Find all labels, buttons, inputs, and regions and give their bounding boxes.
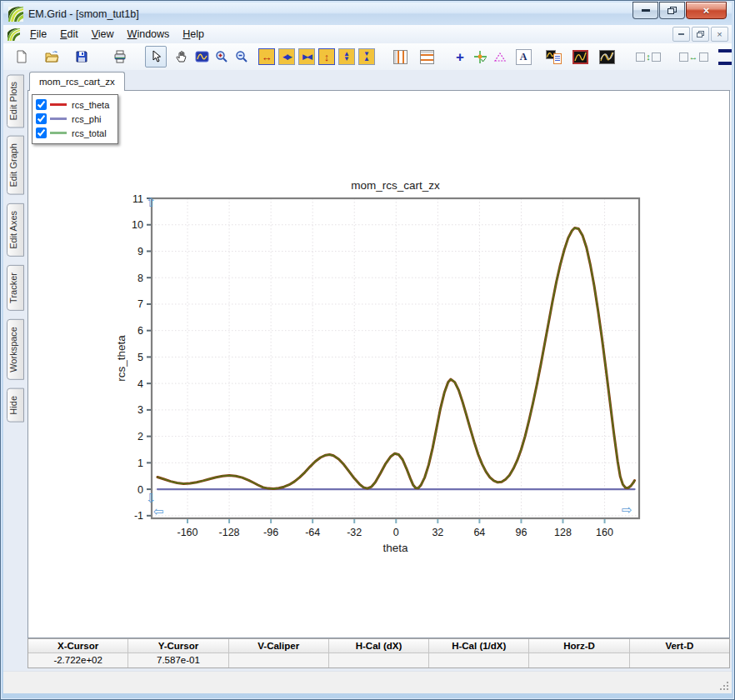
zoom-region-button[interactable] [192,47,212,67]
pan-down-arrow-icon[interactable]: ⇩ [146,492,157,504]
document-icon[interactable] [8,28,20,41]
plot-with-legend-icon [546,50,562,64]
slope-tool-button[interactable] [490,47,510,67]
menu-windows[interactable]: Windows [121,27,177,42]
print-icon [113,50,127,63]
stretch-y-icon: ▲▼ [338,48,355,65]
svg-text:-1: -1 [134,510,143,522]
tab-mom-rcs-cart-zx[interactable]: mom_rcs_cart_zx [29,72,125,91]
tracker-button[interactable] [470,47,490,67]
menu-help[interactable]: Help [176,27,211,42]
mdi-close-button[interactable]: × [711,27,728,42]
text-tool-button[interactable]: A [513,47,533,67]
minimize-button[interactable] [632,2,658,19]
select-tool-button[interactable] [145,46,167,68]
svg-text:1: 1 [138,458,143,469]
pan-left-arrow-icon[interactable]: ⇦ [153,505,164,518]
text-tool-icon: A [516,49,532,65]
svg-text:-128: -128 [219,527,240,538]
sidebar-tab-workspace[interactable]: Workspace [7,319,24,380]
mdi-minimize-button[interactable] [672,27,690,42]
document-area: mom_rcs_cart_zx rcs_theta rcs_phi [28,70,730,638]
readout-header: Vert-D [630,639,729,653]
readout-header: H-Cal (1/dX) [429,639,528,653]
chart: -160-128-96-64-320326496128160-101234567… [28,91,729,638]
legend-label: rcs_phi [72,114,101,124]
new-button[interactable] [12,47,32,67]
svg-text:10: 10 [132,219,143,231]
readout-column-hcal-1dx: H-Cal (1/dX) [429,639,529,668]
h-caliper-button[interactable] [417,47,437,67]
expand-y-button[interactable]: ↕ [317,47,337,67]
readout-column-vert-d: Vert-D [630,639,729,668]
mdi-restore-button[interactable] [692,27,709,42]
compress-y-button[interactable]: ▼▲ [357,47,377,67]
pan-tool-button[interactable] [172,47,192,67]
legend-checkbox-rcs-phi[interactable] [36,113,47,124]
readout-value [630,653,729,668]
stretch-x-button[interactable]: ◀▶ [277,47,297,67]
svg-text:-160: -160 [177,527,198,538]
legend-checkbox-rcs-total[interactable] [36,128,47,138]
cross-cursor-button[interactable]: + [450,47,470,67]
plot-single-button[interactable] [570,47,590,67]
zoom-in-button[interactable] [212,47,232,67]
svg-text:96: 96 [515,527,527,538]
main-area: Edit Plots Edit Graph Edit Axes Tracker … [3,70,732,672]
compress-y-icon: ▼▲ [358,48,375,65]
app-icon [8,7,23,22]
h-caliper-icon [420,50,434,64]
stretch-y-button[interactable]: ▲▼ [337,47,357,67]
plot-multi-button[interactable] [597,47,617,67]
resize-grip[interactable] [718,680,730,692]
legend-box: rcs_theta rcs_phi rcs_total [32,94,118,144]
cross-cursor-icon: + [456,50,464,64]
sidebar-tab-hide[interactable]: Hide [7,388,24,422]
svg-text:128: 128 [554,527,572,538]
v-caliper-button[interactable] [390,47,410,67]
zoom-out-button[interactable] [232,47,252,67]
svg-text:11: 11 [132,193,143,205]
open-folder-icon [45,50,59,63]
expand-x-button[interactable]: ↔ [257,47,277,67]
align-vertical-button[interactable]: ↕ [632,47,665,67]
zoom-in-icon [215,50,228,63]
readout-value: -2.722e+02 [28,653,128,668]
pan-up-arrow-icon[interactable]: ⇧ [146,196,157,208]
menu-edit[interactable]: Edit [53,27,85,42]
close-button[interactable]: × [686,2,727,19]
zoom-region-icon [195,50,209,63]
pan-right-arrow-icon[interactable]: ⇨ [622,503,632,516]
layout-button[interactable]: Layout [718,49,732,65]
legend-label: rcs_total [72,128,107,138]
compress-x-icon: ▶◀ [298,48,315,65]
align-horizontal-button[interactable]: ↔ [677,47,710,67]
plot-with-legend-button[interactable] [543,47,563,67]
sidebar-tab-edit-plots[interactable]: Edit Plots [7,74,24,128]
mdi-restore-icon [697,31,704,38]
legend-swatch-rcs-theta [50,103,67,106]
save-button[interactable] [72,47,92,67]
readout-value: 7.587e-01 [128,653,228,668]
sidebar-tab-edit-graph[interactable]: Edit Graph [7,136,24,195]
print-button[interactable] [110,47,130,67]
readout-header: Horz-D [529,639,628,653]
save-icon [75,50,88,63]
open-button[interactable] [42,47,62,67]
restore-button[interactable] [659,2,685,19]
menu-view[interactable]: View [85,27,121,42]
compress-x-button[interactable]: ▶◀ [297,47,317,67]
legend-checkbox-rcs-theta[interactable] [36,99,47,110]
svg-text:5: 5 [138,352,143,363]
sidebar-tab-edit-axes[interactable]: Edit Axes [7,203,24,257]
status-bar [3,671,732,693]
readout-column-x-cursor: X-Cursor -2.722e+02 [28,639,128,668]
sidebar-tab-tracker[interactable]: Tracker [7,265,24,311]
pan-hand-icon [175,50,188,63]
menu-file[interactable]: File [23,27,53,42]
chart-canvas[interactable]: rcs_theta rcs_phi rcs_total -160-128-96-… [28,90,730,638]
window-controls: × [632,2,727,19]
readout-value [329,653,428,668]
mdi-close-icon: × [717,29,722,39]
svg-text:2: 2 [138,431,143,442]
